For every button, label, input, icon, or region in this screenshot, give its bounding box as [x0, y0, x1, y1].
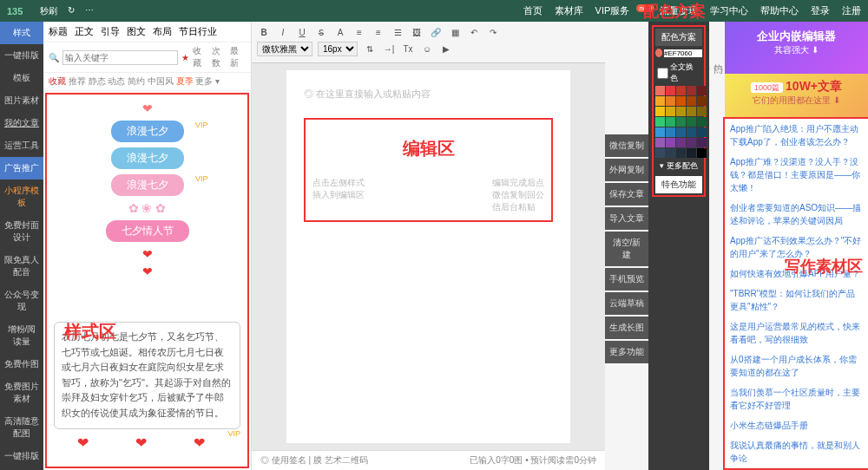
color-swatch[interactable] — [676, 107, 686, 116]
article-link[interactable]: 创业者需要知道的ASO知识——描述和评论，苹果的关键词因局 — [730, 201, 863, 227]
color-swatch[interactable] — [676, 117, 686, 127]
nav-学习中心[interactable]: 学习中心 — [710, 4, 748, 17]
sidebar-item[interactable]: 广告推广 — [0, 157, 43, 180]
style-tab[interactable]: 图文 — [127, 25, 146, 38]
vert-tab[interactable]: 热门 — [712, 56, 725, 456]
filter-new[interactable]: 最新 — [230, 45, 246, 69]
filter-fav[interactable]: 收藏 — [193, 45, 208, 69]
tool-button[interactable]: 更多功能 — [605, 341, 648, 363]
banner-2[interactable]: 1000篇 10W+文章 它们的用图都在这里 ⬇ — [725, 74, 868, 117]
tool-button[interactable]: 导入文章 — [605, 207, 648, 230]
undo-button[interactable]: ↶ — [467, 25, 481, 39]
color-swatch[interactable] — [697, 117, 707, 127]
style-tab[interactable]: 标题 — [49, 25, 68, 38]
more-icon[interactable]: ⋯ — [85, 5, 94, 17]
sidebar-item[interactable]: 一键排版 — [0, 44, 43, 67]
image-button[interactable]: 🖼 — [410, 25, 424, 39]
align-center-button[interactable]: ≡ — [372, 25, 385, 39]
sidebar-item[interactable]: 公众号变现 — [0, 284, 43, 318]
font-select[interactable]: 微软雅黑 — [257, 42, 312, 56]
sidebar-item[interactable]: 运营工具 — [0, 134, 43, 157]
bold-button[interactable]: B — [257, 25, 271, 39]
redo-button[interactable]: ↷ — [486, 25, 500, 39]
tool-button[interactable]: 清空/新建 — [605, 232, 648, 266]
color-swatch[interactable] — [687, 86, 696, 95]
editor-content[interactable]: ◎ 在这里直接输入或粘贴内容 编辑区 点击左侧样式 插入到编辑区 编辑完成后点 … — [286, 70, 570, 443]
emoji-button[interactable]: ☺ — [420, 42, 434, 56]
color-swatch[interactable] — [655, 96, 665, 106]
sidebar-item[interactable]: 小程序模板 — [0, 180, 43, 214]
nav-素材库[interactable]: 素材库 — [555, 4, 583, 17]
tool-button[interactable]: 生成长图 — [605, 317, 648, 339]
table-button[interactable]: ▦ — [448, 25, 462, 39]
sidebar-item[interactable]: 一键排版 — [0, 445, 43, 467]
full-recolor-checkbox[interactable] — [657, 68, 668, 79]
hex-input[interactable] — [664, 49, 702, 57]
sidebar-item[interactable]: 增粉/阅读量 — [0, 318, 43, 353]
link-button[interactable]: 🔗 — [429, 25, 443, 39]
color-swatch[interactable] — [697, 86, 707, 95]
nav-VIP服务[interactable]: VIP服务new — [595, 4, 648, 17]
align-left-button[interactable]: ≡ — [352, 25, 366, 39]
color-swatch[interactable] — [676, 86, 686, 95]
article-link[interactable]: App推广陷入绝境：用户不愿主动下载App了，创业者该怎么办？ — [730, 122, 863, 148]
nav-登录[interactable]: 登录 — [811, 4, 830, 17]
list-button[interactable]: ☰ — [391, 25, 404, 39]
sidebar-item[interactable]: 高清随意配图 — [0, 410, 43, 445]
color-swatch[interactable] — [697, 148, 707, 158]
italic-button[interactable]: I — [276, 25, 290, 39]
color-swatch[interactable] — [687, 107, 696, 116]
sidebar-item[interactable]: 免费封面设计 — [0, 214, 43, 249]
filter-item[interactable]: 推荐 — [69, 76, 89, 86]
tool-button[interactable]: 外网复制 — [605, 159, 648, 181]
spacing-button[interactable]: ⇅ — [363, 42, 377, 56]
strike-button[interactable]: S̶ — [314, 25, 328, 39]
style-pill-4[interactable]: 七夕情人节 — [106, 220, 189, 242]
article-link[interactable]: "TBRR"模型：如何让我们的产品更具"粘性"？ — [730, 287, 863, 313]
filter-item[interactable]: 静态 — [89, 76, 108, 86]
sidebar-item[interactable]: 免费作图 — [0, 353, 43, 375]
color-swatch[interactable] — [687, 96, 696, 106]
sidebar-item[interactable]: 免费图片素材 — [0, 375, 43, 410]
sidebar-item[interactable]: 限免真人配音 — [0, 249, 43, 284]
sidebar-item[interactable]: 我的文章 — [0, 112, 43, 134]
color-swatch[interactable] — [655, 127, 665, 137]
article-link[interactable]: 我说认真最痛的事情，就是和别人争论 — [730, 439, 863, 465]
color-swatch[interactable] — [676, 127, 686, 137]
article-link[interactable]: App推广难？没渠道？没人手？没钱？都是借口！主要原因是——你太懒！ — [730, 155, 863, 194]
filter-item[interactable]: 收藏 — [49, 76, 69, 86]
color-swatch[interactable] — [687, 148, 696, 158]
style-tab[interactable]: 节日行业 — [179, 25, 217, 38]
article-link[interactable]: 小米生态链爆品手册 — [730, 419, 863, 432]
search-input[interactable] — [62, 50, 178, 65]
nav-帮助中心[interactable]: 帮助中心 — [760, 4, 799, 17]
style-pill-2[interactable]: 浪漫七夕 — [111, 147, 184, 169]
color-swatch[interactable] — [666, 138, 675, 147]
filter-count[interactable]: 次数 — [212, 45, 227, 69]
color-swatch[interactable] — [655, 148, 665, 158]
color-swatch[interactable] — [697, 107, 707, 116]
color-swatch[interactable] — [655, 86, 665, 95]
fav-icon[interactable]: ★ — [181, 53, 189, 62]
article-link[interactable]: 这是用户运营最常见的模式，快来看看吧，写的很细致 — [730, 320, 863, 346]
style-pill-3[interactable]: 浪漫七夕VIP — [111, 174, 184, 196]
special-features-button[interactable]: 特色功能 — [655, 176, 702, 193]
color-swatch[interactable] — [687, 127, 696, 137]
color-swatch[interactable] — [655, 117, 665, 127]
color-swatch[interactable] — [655, 107, 665, 116]
color-swatch[interactable] — [697, 127, 707, 137]
nav-注册[interactable]: 注册 — [842, 4, 861, 17]
style-tab[interactable]: 布局 — [153, 25, 172, 38]
color-swatch[interactable] — [687, 138, 696, 147]
style-tab[interactable]: 正文 — [75, 25, 94, 38]
color-swatch[interactable] — [655, 138, 665, 147]
color-swatch[interactable] — [666, 127, 675, 137]
color-swatch[interactable] — [666, 86, 675, 95]
color-swatch[interactable] — [676, 138, 686, 147]
color-swatch[interactable] — [666, 96, 675, 106]
tool-button[interactable]: 微信复制 — [605, 134, 648, 157]
banner-1[interactable]: 企业内嵌编辑器 其容强大 ⬇ — [725, 22, 868, 74]
tool-button[interactable]: 保存文章 — [605, 183, 648, 206]
color-swatch[interactable] — [676, 148, 686, 158]
indent-button[interactable]: →| — [382, 42, 396, 56]
